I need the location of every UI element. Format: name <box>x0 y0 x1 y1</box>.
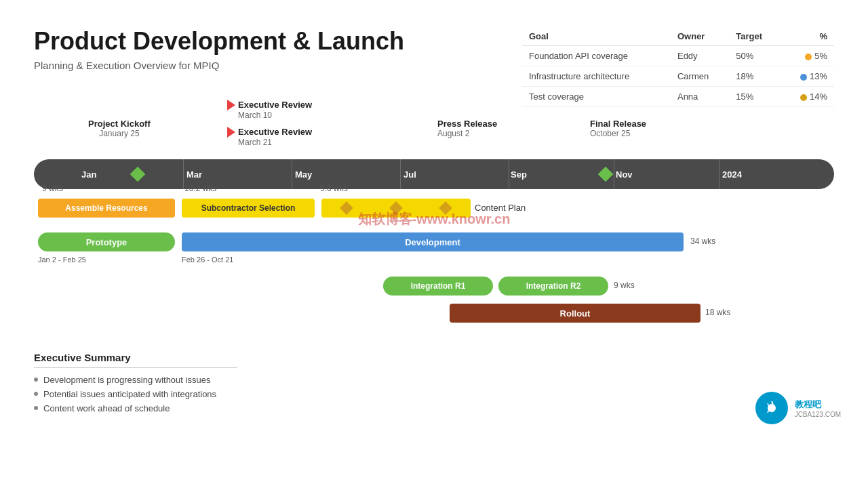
timeline-bar: Jan Mar May Jul Sep Nov 2024 <box>34 159 834 189</box>
goal-table: Goal Owner Target % Foundation API cover… <box>522 27 834 107</box>
bar-development: Development <box>182 232 684 251</box>
gantt-area: 9 wks 10.2 wks 9.6 wks Assemble Resource… <box>34 196 834 331</box>
milestone-exec-review-1: Executive Review March 10 <box>227 98 312 120</box>
diamond-kickoff <box>130 167 146 182</box>
divider <box>292 159 292 189</box>
diamond-final <box>598 167 614 182</box>
milestone-labels-above: Project Kickoff January 25 Executive Rev… <box>34 98 834 159</box>
divider <box>400 159 401 189</box>
col-pct: % <box>781 27 834 46</box>
arrow-icon <box>227 100 235 110</box>
logo-icon <box>755 392 788 424</box>
month-2024: 2024 <box>722 169 742 180</box>
content-diamond-2 <box>389 201 403 215</box>
bullet-icon-3 <box>34 406 38 410</box>
divider <box>509 159 509 189</box>
summary-bullets: Development is progressing without issue… <box>34 375 834 413</box>
logo-area: 教程吧 JCBA123.COM <box>755 392 841 424</box>
month-jul: Jul <box>403 169 416 180</box>
content-diamond-1 <box>340 201 353 215</box>
wks-rollout: 18 wks <box>705 308 730 317</box>
bullet-1: Development is progressing without issue… <box>34 375 834 385</box>
timeline-section: Project Kickoff January 25 Executive Rev… <box>34 98 834 331</box>
month-may: May <box>295 169 312 180</box>
col-owner: Owner <box>671 27 729 46</box>
milestone-final-release: Final Release October 25 <box>590 119 646 138</box>
month-jan: Jan <box>81 169 96 180</box>
content-plan-label: Content Plan <box>475 203 526 213</box>
col-target: Target <box>729 27 781 46</box>
bar-rollout: Rollout <box>450 304 701 323</box>
wks-content: 9.6 wks <box>320 184 348 193</box>
wks-assemble: 9 wks <box>42 184 63 193</box>
month-mar: Mar <box>186 169 202 180</box>
wks-integration: 9 wks <box>614 281 635 290</box>
logo-text-area: 教程吧 JCBA123.COM <box>795 399 841 418</box>
wks-subcontractor: 10.2 wks <box>184 184 216 193</box>
divider <box>183 159 184 189</box>
milestone-exec-review-2: Executive Review March 21 <box>227 125 312 147</box>
bullet-icon-1 <box>34 378 38 382</box>
logo-svg <box>761 397 783 419</box>
bullet-2: Potential issues anticipated with integr… <box>34 389 834 399</box>
col-goal: Goal <box>522 27 671 46</box>
divider <box>719 159 719 189</box>
bar-integration-r1: Integration R1 <box>383 277 493 296</box>
milestone-project-kickoff: Project Kickoff January 25 <box>88 119 151 138</box>
wks-development: 34 wks <box>690 237 715 246</box>
milestone-press-release: Press Release August 2 <box>437 119 497 138</box>
bar-integration-r2: Integration R2 <box>498 277 608 296</box>
date-prototype: Jan 2 - Feb 25 <box>38 256 86 264</box>
bar-assemble-resources: Assemble Resources <box>38 199 175 218</box>
month-nov: Nov <box>616 169 633 180</box>
bar-prototype: Prototype <box>38 232 175 251</box>
date-development: Feb 26 - Oct 21 <box>182 256 233 264</box>
bullet-icon-2 <box>34 392 38 396</box>
month-sep: Sep <box>511 169 527 180</box>
table-row: Infrastructure architecture Carmen 18% 1… <box>522 66 834 87</box>
bar-content-plan <box>321 199 471 218</box>
table-row: Foundation API coverage Eddy 50% 5% <box>522 46 834 66</box>
bullet-3: Content work ahead of schedule <box>34 403 834 413</box>
divider <box>614 159 614 189</box>
bar-subcontractor-selection: Subcontractor Selection <box>182 199 315 218</box>
content-diamond-3 <box>439 201 452 215</box>
arrow-icon-2 <box>227 127 235 138</box>
executive-summary: Executive Summary Development is progres… <box>34 352 834 413</box>
